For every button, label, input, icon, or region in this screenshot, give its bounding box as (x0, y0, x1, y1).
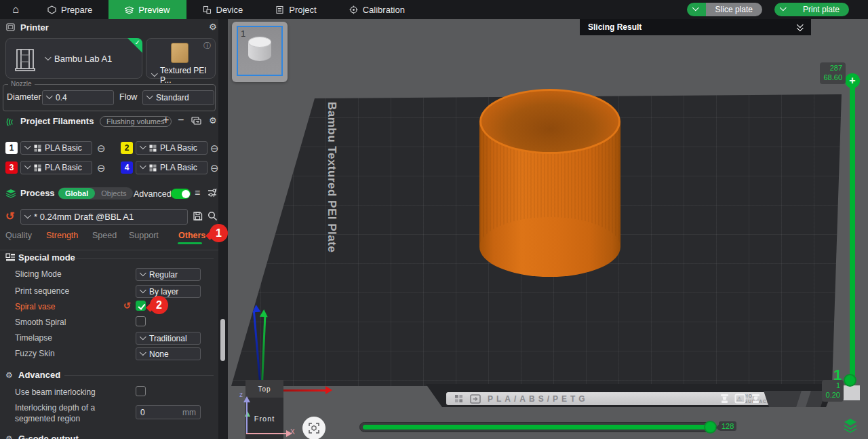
slice-plate-button[interactable]: Slice plate (706, 3, 762, 16)
x-axis-arrowhead (326, 386, 332, 394)
navigation-cube[interactable]: Top Front (245, 380, 283, 439)
spiral-vase-reset-icon[interactable]: ↺ (123, 301, 131, 311)
filament-2-select[interactable]: PLA Basic (136, 141, 208, 155)
filament-1-select[interactable]: PLA Basic (20, 141, 92, 155)
move-slider-handle[interactable] (704, 421, 717, 434)
tab-speed[interactable]: Speed (92, 231, 117, 240)
fuzzy-skin-select[interactable]: None (136, 347, 201, 360)
plate-type-card[interactable]: ⓘ Textured PEI P... (146, 38, 216, 79)
search-icon[interactable] (208, 211, 218, 221)
move-slider-track[interactable] (359, 422, 717, 432)
printer-settings-gear-icon[interactable]: ⚙ (209, 22, 217, 32)
print-sequence-select[interactable]: By layer (136, 285, 201, 298)
viewport-3d[interactable]: Bambu Textured PEI Plate PLA/ABS/PETG ⚠ … (228, 19, 868, 439)
timelapse-value: Traditional (149, 334, 187, 343)
filament-type-icon (34, 145, 41, 152)
plate-texture-image (171, 43, 189, 63)
flow-value: Standard (156, 93, 189, 102)
filament-3-color-chip[interactable]: 3 (5, 161, 18, 174)
mini-x-axis (246, 433, 288, 434)
filament-4-color-chip[interactable]: 4 (121, 161, 133, 174)
tab-project[interactable]: Project (259, 0, 332, 19)
filament-4-select[interactable]: PLA Basic (136, 161, 208, 174)
tab-others[interactable]: Others (178, 231, 205, 240)
print-plate-split-button: Print plate (774, 3, 849, 16)
beam-interlocking-checkbox[interactable] (136, 386, 146, 396)
nozzle-diameter-select[interactable]: 0.4 (42, 90, 114, 105)
check-icon: ✓ (135, 39, 140, 46)
scope-objects[interactable]: Objects (95, 188, 132, 199)
filament-settings-gear-icon[interactable]: ⚙ (209, 115, 217, 126)
scope-global[interactable]: Global (58, 188, 95, 199)
y-axis-arrowhead (260, 309, 268, 318)
home-button[interactable]: ⌂ (0, 0, 31, 19)
spiral-vase-label: Spiral vase (15, 302, 55, 311)
layers-stack-icon[interactable] (844, 418, 857, 433)
preset-name: * 0.24mm Draft @BBL A1 (34, 212, 134, 222)
chevron-down-icon (147, 95, 153, 100)
chevron-down-icon (25, 214, 31, 220)
topbar-actions: Slice plate Print plate (687, 3, 849, 16)
filament-2-remove-icon[interactable]: ⊖ (210, 143, 218, 153)
info-icon[interactable]: ⓘ (203, 41, 211, 51)
filament-3-select[interactable]: PLA Basic (20, 161, 92, 174)
advanced-toggle[interactable] (171, 189, 191, 199)
print-plate-dropdown[interactable] (774, 3, 793, 16)
filament-1-name: PLA Basic (45, 143, 82, 153)
slicing-mode-select[interactable]: Regular (136, 268, 201, 281)
ams-sync-icon[interactable] (191, 116, 202, 126)
sidebar-scrollbar-thumb[interactable] (220, 319, 225, 361)
filament-4-remove-icon[interactable]: ⊖ (210, 163, 218, 173)
remove-filament-button[interactable]: − (178, 114, 184, 126)
home-icon: ⌂ (12, 3, 19, 16)
fuzzy-skin-label: Fuzzy Skin (15, 349, 55, 358)
tune-icon[interactable] (208, 188, 218, 197)
slicing-result-panel[interactable]: Slicing Result (580, 19, 811, 35)
print-plate-button[interactable]: Print plate (793, 3, 849, 16)
filament-2-color-chip[interactable]: 2 (121, 142, 133, 154)
tab-quality[interactable]: Quality (5, 231, 32, 240)
layer-slider-track[interactable] (850, 83, 855, 380)
plate-logo-area (764, 391, 826, 407)
tab-support[interactable]: Support (129, 231, 159, 240)
collapse-chevrons-icon[interactable] (797, 24, 803, 31)
smooth-spiral-checkbox[interactable] (136, 316, 146, 326)
plate-edge-icons (720, 394, 760, 404)
filament-4-name: PLA Basic (160, 163, 197, 172)
spiral-vase-checkbox[interactable] (136, 301, 146, 311)
reset-preset-icon[interactable]: ↺ (5, 210, 14, 223)
fit-view-button[interactable] (302, 417, 326, 439)
chevron-down-icon (140, 336, 146, 341)
add-filament-button[interactable]: + (163, 114, 169, 126)
move-slider-fill (363, 425, 710, 430)
plate-number: 1 (241, 28, 245, 39)
tab-prepare[interactable]: Prepare (31, 0, 108, 19)
process-preset-select[interactable]: * 0.24mm Draft @BBL A1 (20, 209, 188, 225)
cube-face-top[interactable]: Top (245, 380, 283, 398)
parameter-list-icon[interactable]: ≡ (195, 187, 200, 198)
tab-strength[interactable]: Strength (46, 231, 78, 240)
tab-preview-label: Preview (138, 5, 170, 15)
flushing-volumes-button[interactable]: Flushing volumes (100, 116, 172, 127)
plate-thumbnail-card[interactable]: 1 (232, 22, 288, 82)
tab-device[interactable]: Device (186, 0, 260, 19)
top-bar: ⌂ Prepare Preview Device Project Calibra… (0, 0, 868, 19)
slice-plate-dropdown[interactable] (687, 3, 706, 16)
flow-select[interactable]: Standard (142, 90, 214, 105)
save-preset-icon[interactable] (193, 211, 203, 221)
timelapse-select[interactable]: Traditional (136, 332, 201, 345)
layer-bottom-tooltip: 1 0.20 (822, 380, 844, 402)
chevron-down-icon (152, 73, 157, 78)
tab-preview[interactable]: Preview (108, 0, 186, 19)
tab-calibration[interactable]: Calibration (333, 0, 421, 19)
interlocking-depth-input[interactable]: 0 mm (136, 405, 201, 419)
layer-slider-bottom-handle[interactable] (844, 374, 856, 387)
filament-1-color-chip[interactable]: 1 (5, 142, 18, 154)
filament-1-remove-icon[interactable]: ⊖ (97, 143, 106, 153)
layer-slider-plus-button[interactable]: + (845, 73, 860, 88)
filament-3-remove-icon[interactable]: ⊖ (97, 163, 106, 173)
layer-bottom-height: 0.20 (825, 391, 840, 400)
cube-front-label: Front (254, 415, 275, 423)
tab-calibration-label: Calibration (363, 5, 405, 15)
printer-card[interactable]: ✓ Bambu Lab A1 (5, 38, 142, 79)
